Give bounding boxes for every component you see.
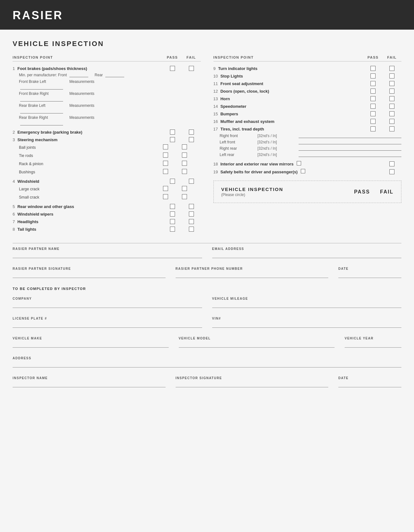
model-label: VEHICLE MODEL <box>179 337 335 340</box>
item-8-pass-checkbox[interactable] <box>170 227 175 232</box>
item-3-pass-checkbox[interactable] <box>170 137 175 142</box>
front-brake-right-meas-label: Measurements <box>69 91 201 96</box>
front-min-field[interactable] <box>69 73 88 77</box>
item-9-number: 9 <box>213 66 216 71</box>
item-6-fail-checkbox[interactable] <box>189 211 194 217</box>
tire-left-rear-field[interactable] <box>299 153 402 157</box>
item-5-pass-checkbox[interactable] <box>170 204 175 209</box>
item-12-number: 12 <box>213 89 218 94</box>
item-13-fail-checkbox[interactable] <box>389 96 394 101</box>
item-17-pass-checkbox[interactable] <box>370 126 376 131</box>
item-12-fail-checkbox[interactable] <box>389 89 394 94</box>
inspection-item-5: 5 Rear window and other glass <box>13 203 201 210</box>
item-3-fail-checkbox[interactable] <box>189 137 194 142</box>
item-13-number: 13 <box>213 96 218 101</box>
inspection-item-2: 2 Emergency brake (parking brake) <box>13 128 201 136</box>
large-crack-fail-checkbox[interactable] <box>182 186 187 191</box>
rear-brake-left-meas-label: Measurements <box>69 103 201 108</box>
item-10-fail-checkbox[interactable] <box>389 73 394 78</box>
tie-rods-fail-cell <box>182 153 201 159</box>
item-7-pass-checkbox[interactable] <box>170 219 175 224</box>
item-5-fail-checkbox[interactable] <box>189 204 194 209</box>
item-14-fail-checkbox[interactable] <box>389 104 394 109</box>
rack-pinion-fail-checkbox[interactable] <box>182 161 187 166</box>
item-9-fail-cell <box>382 66 401 71</box>
inspector-sig-label: INSPECTOR SIGNATURE <box>176 376 329 380</box>
item-1-fail-checkbox[interactable] <box>189 66 194 71</box>
item-16-fail-checkbox[interactable] <box>389 119 394 124</box>
rack-pinion-pass-checkbox[interactable] <box>163 161 168 166</box>
tire-left-front-field[interactable] <box>299 140 402 144</box>
small-crack-pass-cell <box>163 194 182 200</box>
right-inspection-point-header: INSPECTION POINT <box>213 55 364 59</box>
item-18-fail-checkbox[interactable] <box>389 161 394 166</box>
large-crack-pass-checkbox[interactable] <box>163 186 168 191</box>
rear-min-field[interactable] <box>105 73 124 77</box>
item-3-number: 3 <box>13 137 15 142</box>
partner-sig-label: RASIER PARTNER SIGNATURE <box>13 267 166 270</box>
inspection-item-14: 14 Speedometer <box>213 102 402 110</box>
summary-pass-label: PASS <box>354 189 370 195</box>
inspection-item-17: 17 Tires, incl. tread depth <box>213 125 402 133</box>
item-18-pass-inline-checkbox[interactable] <box>297 161 301 165</box>
ball-joints-fail-checkbox[interactable] <box>182 144 187 149</box>
item-4-number: 4 <box>13 179 15 184</box>
item-13-pass-checkbox[interactable] <box>370 96 376 101</box>
rear-brake-left-field[interactable] <box>20 109 63 113</box>
rear-brake-right-label: Rear Brake Right <box>19 115 63 120</box>
item-10-pass-checkbox[interactable] <box>370 73 376 78</box>
bushings-fail-checkbox[interactable] <box>182 169 187 174</box>
item-15-pass-checkbox[interactable] <box>370 111 376 116</box>
item-19-fail-checkbox[interactable] <box>389 169 394 174</box>
vin-underline <box>212 321 402 328</box>
item-2-fail-checkbox[interactable] <box>189 130 194 135</box>
bushings-pass-checkbox[interactable] <box>163 169 168 174</box>
item-17-fail-checkbox[interactable] <box>389 126 394 131</box>
rear-brake-right-row: Rear Brake Right Measurements <box>13 114 201 126</box>
item-5-pass-cell <box>163 204 182 209</box>
item-15-pass-cell <box>364 111 382 116</box>
tire-left-front-label: Left front <box>220 140 258 144</box>
item-8-fail-checkbox[interactable] <box>189 227 194 232</box>
section-title: VEHICLE INSPECTION <box>13 40 401 48</box>
tie-rods-pass-checkbox[interactable] <box>163 153 168 158</box>
item-7-fail-checkbox[interactable] <box>189 219 194 224</box>
front-brake-left-field[interactable] <box>20 85 63 90</box>
tire-right-front-field[interactable] <box>299 134 402 138</box>
vin-label: VIN# <box>212 317 402 320</box>
item-15-fail-checkbox[interactable] <box>389 111 394 116</box>
item-12-pass-cell <box>364 89 382 94</box>
year-label: VEHICLE YEAR <box>345 337 401 340</box>
front-brake-right-field[interactable] <box>20 97 63 101</box>
item-9-label: Turn indicator lights <box>218 66 258 71</box>
small-crack-pass-checkbox[interactable] <box>163 194 168 199</box>
item-1-pass-checkbox[interactable] <box>170 66 175 71</box>
item-9-pass-checkbox[interactable] <box>370 66 376 71</box>
item-8-number: 8 <box>13 227 15 232</box>
item-11-pass-checkbox[interactable] <box>370 81 376 86</box>
item-12-pass-checkbox[interactable] <box>370 89 376 94</box>
item-11-number: 11 <box>213 81 218 86</box>
tie-rods-fail-checkbox[interactable] <box>182 153 187 158</box>
item-4-pass-checkbox[interactable] <box>170 179 175 184</box>
front-brake-left-row: Front Brake Left Measurements <box>13 78 201 90</box>
item-9-fail-checkbox[interactable] <box>389 66 394 71</box>
partner-name-field-group: RASIER PARTNER NAME <box>13 247 202 258</box>
small-crack-fail-checkbox[interactable] <box>182 194 187 199</box>
left-col-header: INSPECTION POINT PASS FAIL <box>13 55 201 61</box>
item-2-pass-checkbox[interactable] <box>170 130 175 135</box>
rear-brake-right-field[interactable] <box>20 121 63 125</box>
tire-right-rear-field[interactable] <box>299 146 402 151</box>
item-6-pass-checkbox[interactable] <box>170 211 175 217</box>
ball-joints-label: Ball joints <box>19 145 163 150</box>
inspector-sig-field-group: INSPECTOR SIGNATURE <box>176 376 329 387</box>
item-4-fail-checkbox[interactable] <box>189 179 194 184</box>
item-16-pass-checkbox[interactable] <box>370 119 376 124</box>
item-19-pass-inline-checkbox[interactable] <box>301 169 305 173</box>
item-1-label: Foot brakes (pads/shoes thickness) <box>17 66 87 71</box>
item-12-label: Doors (open, close, lock) <box>220 89 269 94</box>
item-14-pass-checkbox[interactable] <box>370 104 376 109</box>
inspection-item-10: 10 Stop Lights <box>213 72 402 80</box>
item-11-fail-checkbox[interactable] <box>389 81 394 86</box>
ball-joints-pass-checkbox[interactable] <box>163 144 168 149</box>
